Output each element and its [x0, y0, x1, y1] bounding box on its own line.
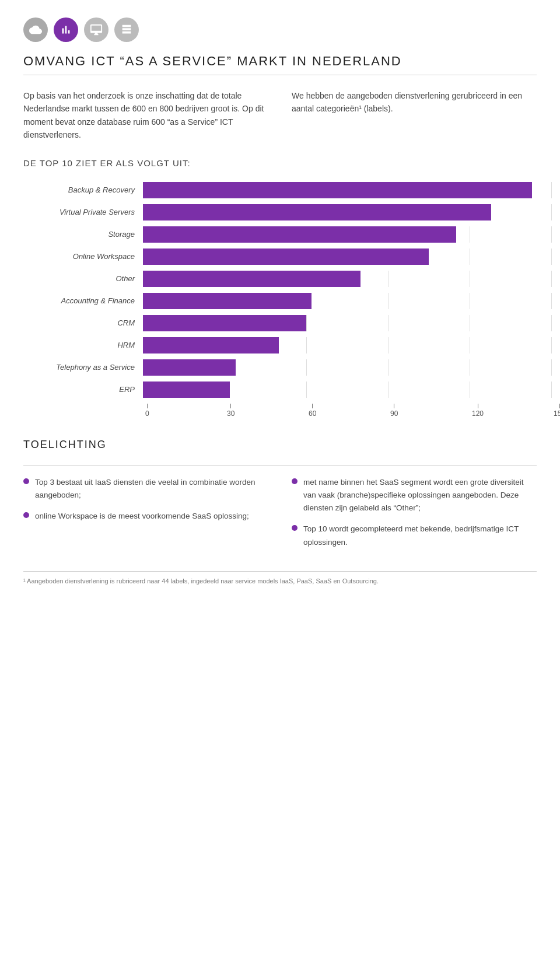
bar-chart: Backup & RecoveryVirtual Private Servers… — [23, 181, 537, 402]
bar-chart-icon — [54, 18, 78, 42]
chart-row: ERP — [29, 380, 537, 399]
bar-area — [143, 249, 537, 265]
chart-row: Accounting & Finance — [29, 292, 537, 310]
x-tick: 60 — [309, 404, 316, 418]
chart-row: Telephony as a Service — [29, 358, 537, 377]
x-tick: 30 — [227, 404, 235, 418]
intro-left: Op basis van het onderzoek is onze insch… — [23, 89, 268, 142]
bullet-item: met name binnen het SaaS segment wordt e… — [292, 476, 537, 515]
bullet-item: Top 3 bestaat uit IaaS diensten die veel… — [23, 476, 268, 502]
page: OMVANG ICT “AS A SERVICE” MARKT IN NEDER… — [0, 0, 560, 597]
toelichting-divider — [23, 465, 537, 466]
title-divider — [23, 75, 537, 75]
bar — [143, 226, 456, 243]
server-icon — [114, 18, 139, 42]
chart-row: Online Workspace — [29, 247, 537, 266]
bar — [143, 182, 532, 198]
chart-row: Backup & Recovery — [29, 181, 537, 200]
bar — [143, 359, 236, 376]
x-tick-label: 90 — [390, 410, 398, 418]
footnote: ¹ Aangeboden dienstverlening is rubricee… — [23, 571, 537, 586]
bullet-text: online Workspace is de meest voorkomende… — [35, 510, 249, 523]
bar — [143, 293, 312, 309]
bar-label: Backup & Recovery — [29, 186, 143, 194]
top-icons — [23, 18, 537, 42]
bullet-item: Top 10 wordt gecompleteerd met bekende, … — [292, 523, 537, 549]
bar-label: Storage — [29, 230, 143, 239]
x-tick-label: 60 — [309, 410, 316, 418]
bar-label: Other — [29, 274, 143, 283]
x-tick: 90 — [390, 404, 398, 418]
bar — [143, 271, 360, 287]
toelichting-body: Top 3 bestaat uit IaaS diensten die veel… — [23, 476, 537, 557]
toelichting-col-right: met name binnen het SaaS segment wordt e… — [292, 476, 537, 557]
bar-area — [143, 359, 537, 376]
x-axis: 0306090120150 — [145, 404, 554, 421]
x-tick-label: 30 — [227, 410, 235, 418]
bar — [143, 337, 279, 354]
bullet-dot — [23, 512, 29, 518]
chart-row: Other — [29, 270, 537, 288]
bar — [143, 204, 491, 220]
bullet-text: met name binnen het SaaS segment wordt e… — [303, 476, 537, 515]
bar-area — [143, 293, 537, 309]
chart-row: HRM — [29, 336, 537, 355]
bullet-item: online Workspace is de meest voorkomende… — [23, 510, 268, 523]
bar-label: Online Workspace — [29, 252, 143, 261]
bar-area — [143, 182, 537, 198]
toelichting-title: TOELICHTING — [23, 439, 537, 451]
chart-row: Storage — [29, 225, 537, 244]
bullet-text: Top 10 wordt gecompleteerd met bekende, … — [303, 523, 537, 549]
bar-area — [143, 226, 537, 243]
x-tick-label: 150 — [554, 410, 560, 418]
main-title: OMVANG ICT “AS A SERVICE” MARKT IN NEDER… — [23, 54, 537, 69]
bar-label: CRM — [29, 318, 143, 327]
intro-right: We hebben de aangeboden dienstverlening … — [292, 89, 537, 142]
chart-title: DE TOP 10 ZIET ER ALS VOLGT UIT: — [23, 158, 537, 168]
bullet-dot — [292, 478, 298, 484]
chart-section: DE TOP 10 ZIET ER ALS VOLGT UIT: Backup … — [23, 158, 537, 421]
bar-label: Virtual Private Servers — [29, 208, 143, 216]
bar — [143, 249, 429, 265]
bar-area — [143, 315, 537, 331]
bar-area — [143, 382, 537, 398]
chart-row: CRM — [29, 314, 537, 332]
x-tick-label: 0 — [145, 410, 149, 418]
bar-area — [143, 271, 537, 287]
bar — [143, 382, 230, 398]
bar — [143, 315, 306, 331]
bullet-text: Top 3 bestaat uit IaaS diensten die veel… — [35, 476, 268, 502]
chart-row: Virtual Private Servers — [29, 203, 537, 222]
cloud-icon — [23, 18, 48, 42]
toelichting-section: TOELICHTING Top 3 bestaat uit IaaS diens… — [23, 439, 537, 557]
toelichting-col-left: Top 3 bestaat uit IaaS diensten die veel… — [23, 476, 268, 557]
x-tick: 120 — [472, 404, 484, 418]
bar-area — [143, 337, 537, 354]
intro-section: Op basis van het onderzoek is onze insch… — [23, 89, 537, 142]
bar-label: HRM — [29, 341, 143, 349]
bullet-dot — [292, 525, 298, 531]
x-tick: 0 — [145, 404, 149, 418]
x-tick: 150 — [554, 404, 560, 418]
bar-label: Accounting & Finance — [29, 296, 143, 305]
bullet-dot — [23, 478, 29, 484]
desktop-icon — [84, 18, 108, 42]
bar-label: ERP — [29, 385, 143, 394]
x-tick-label: 120 — [472, 410, 484, 418]
bar-label: Telephony as a Service — [29, 363, 143, 372]
bar-area — [143, 204, 537, 220]
